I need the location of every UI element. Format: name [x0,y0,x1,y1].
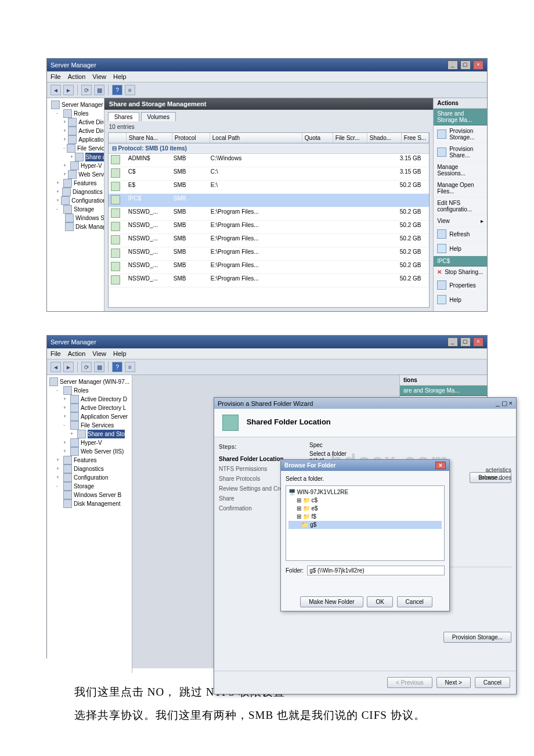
refresh-icon[interactable]: ⟳ [81,85,92,95]
menu-view[interactable]: View [92,73,106,80]
table-row[interactable]: NSSWD_...SMBE:\Program Files...50.2 GB [109,234,429,247]
table-row[interactable]: C$SMBC:\3.15 GB [109,167,429,181]
menu-view[interactable]: View [92,350,106,357]
title-bar[interactable]: Server Manager _ ▢ × [47,336,487,348]
close-icon[interactable]: × [509,399,513,406]
forward-icon[interactable]: ► [63,362,74,372]
menu-help[interactable]: Help [113,350,127,357]
menu-action[interactable]: Action [68,73,86,80]
tree-share-storage[interactable]: Share and Sto [88,430,125,438]
maximize-icon[interactable]: ▢ [460,60,471,70]
tree-windows-backup[interactable]: Windows Server B [74,491,121,499]
tree-root[interactable]: Server Manager (WIN-97... [60,377,129,386]
list-icon[interactable]: ≡ [125,362,135,372]
ok-button[interactable]: OK [367,596,392,607]
window-controls[interactable]: _ ▢ × [447,337,484,347]
tab-shares[interactable]: Shares [108,112,139,121]
table-row[interactable]: E$SMBE:\50.2 GB [109,181,429,194]
table-row[interactable]: NSSWD_...SMBE:\Program Files...50.2 GB [109,261,429,274]
tree-iis[interactable]: Web Server (IIS) [78,170,104,179]
navigation-tree[interactable]: Server Manager (WIN-97JK1VLL2RE) -Roles … [47,98,104,311]
close-icon[interactable]: × [473,60,484,70]
next-button[interactable]: Next > [436,677,471,688]
tree-file-services[interactable]: File Services [81,421,114,430]
help-icon[interactable]: ? [112,362,122,372]
show-hide-icon[interactable]: ▦ [94,362,104,372]
table-row[interactable]: NSSWD_...SMBE:\Program Files...50.2 GB [109,274,429,287]
tree-ad-light[interactable]: Active Directory L [81,404,126,412]
menu-action[interactable]: Action [68,350,86,357]
tree-storage[interactable]: Storage [74,205,94,214]
help-icon[interactable]: ? [112,85,122,95]
back-icon[interactable]: ◄ [50,85,61,95]
tree-features[interactable]: Features [74,456,96,465]
tree-roles[interactable]: Roles [74,386,89,395]
action-help[interactable]: Help [434,242,487,256]
action-view[interactable]: View▸ [434,215,487,227]
shares-grid[interactable]: Share Na... Protocol Local Path Quota Fi… [108,132,430,308]
navigation-tree[interactable]: Server Manager (WIN-97... -Roles +Active… [47,375,132,673]
minimize-icon[interactable]: _ [496,399,499,406]
browse-tree[interactable]: 🖥️ WIN-97JK1VLL2RE ⊞ 📁 c$ ⊞ 📁 e$ ⊞ 📁 f$ … [286,485,445,561]
table-row[interactable]: IPC$SMB [109,194,429,207]
browse-folder-input[interactable] [307,566,445,575]
action-help-2[interactable]: Help [434,293,487,307]
maximize-icon[interactable]: ▢ [501,399,507,406]
tree-app-server[interactable]: Application Server [81,412,128,421]
tree-diagnostics[interactable]: Diagnostics [74,465,104,473]
back-icon[interactable]: ◄ [50,362,61,372]
table-row[interactable]: NSSWD_...SMBE:\Program Files...50.2 GB [109,247,429,261]
tree-ad-light[interactable]: Active Directory Lightweight Direct [78,127,104,135]
tree-diagnostics[interactable]: Diagnostics [73,188,103,196]
table-row[interactable]: NSSWD_...SMBE:\Program Files...50.2 GB [109,221,429,234]
action-provision-share[interactable]: Provision Share... [434,143,487,161]
tree-ad-domain[interactable]: Active Directory Domain Services [78,118,104,127]
maximize-icon[interactable]: ▢ [460,337,471,347]
show-hide-icon[interactable]: ▦ [94,85,104,95]
col-protocol[interactable]: Protocol [172,133,210,143]
table-row[interactable]: ADMIN$SMBC:\Windows3.15 GB [109,154,429,167]
action-refresh[interactable]: Refresh [434,227,487,242]
col-file-screening[interactable]: File Scr... [333,133,367,143]
cancel-button[interactable]: Cancel [475,677,510,688]
tree-iis[interactable]: Web Server (IIS) [81,447,124,456]
browse-root[interactable]: WIN-97JK1VLL2RE [297,489,348,495]
action-provision-storage[interactable]: Provision Storage... [434,125,487,143]
tree-roles[interactable]: Roles [74,109,89,118]
action-edit-nfs[interactable]: Edit NFS configuratio... [434,197,487,215]
title-bar[interactable]: Server Manager _ ▢ × [47,59,487,71]
col-share-name[interactable]: Share Na... [127,133,172,143]
action-properties[interactable]: Properties [434,278,487,293]
tab-volumes[interactable]: Volumes [141,112,176,121]
tree-configuration[interactable]: Configuration [74,473,108,482]
minimize-icon[interactable]: _ [448,60,458,70]
table-row[interactable]: NSSWD_...SMBE:\Program Files...50.2 GB [109,207,429,221]
tree-file-services[interactable]: File Services [77,144,104,153]
tree-features[interactable]: Features [74,179,96,188]
close-icon[interactable]: × [473,337,484,347]
tree-storage[interactable]: Storage [74,482,94,491]
group-row-smb[interactable]: ⊟ Protocol: SMB (10 items) [109,143,429,154]
forward-icon[interactable]: ► [63,85,74,95]
previous-button[interactable]: < Previous [387,677,432,688]
tree-root[interactable]: Server Manager (WIN-97JK1VLL2RE) [62,100,104,109]
list-icon[interactable]: ≡ [125,85,135,95]
action-stop-sharing[interactable]: ✕Stop Sharing... [434,267,487,278]
menu-file[interactable]: File [50,73,61,80]
browse-cancel-button[interactable]: Cancel [397,596,432,607]
menu-bar[interactable]: File Action View Help [47,71,487,82]
tree-hyperv[interactable]: Hyper-V [81,438,102,447]
menu-file[interactable]: File [50,350,61,357]
wizard-title-bar[interactable]: Provision a Shared Folder Wizard _ ▢ × [214,398,516,409]
window-controls[interactable]: _ ▢ × [447,60,484,70]
col-local-path[interactable]: Local Path [210,133,302,143]
tree-windows-backup[interactable]: Windows Server Backup [75,214,104,222]
tree-share-storage-management[interactable]: Share and Storage Management [85,153,104,161]
minimize-icon[interactable]: _ [448,337,458,347]
wizard-window-controls[interactable]: _ ▢ × [496,399,513,407]
action-manage-sessions[interactable]: Manage Sessions... [434,161,487,179]
action-manage-open-files[interactable]: Manage Open Files... [434,179,487,197]
tree-configuration[interactable]: Configuration [71,196,104,205]
menu-bar[interactable]: File Action View Help [47,348,487,359]
wizard-provision-storage-button[interactable]: Provision Storage... [443,632,511,643]
